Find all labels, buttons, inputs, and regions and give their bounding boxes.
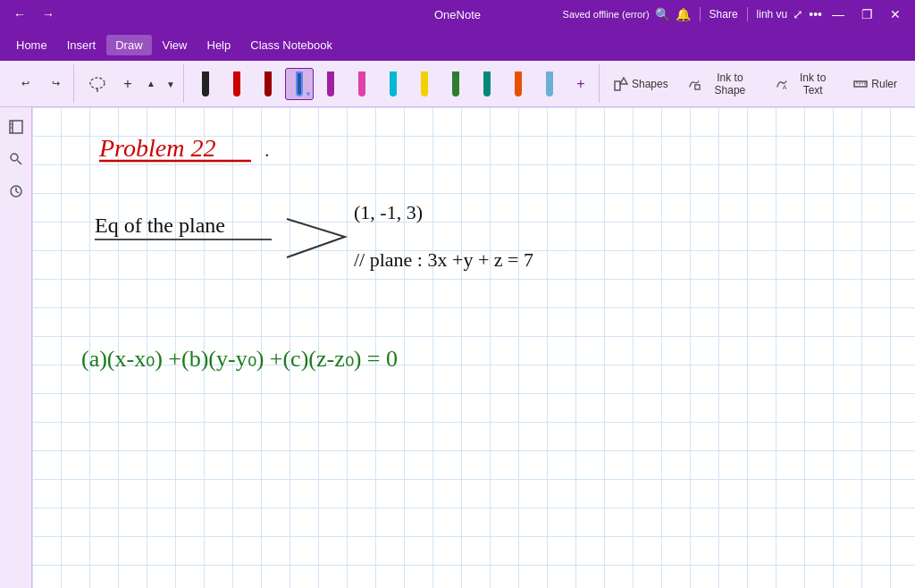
menu-draw[interactable]: Draw (106, 35, 151, 55)
more-options-icon[interactable]: ••• (809, 7, 822, 21)
pen-purple-button[interactable] (316, 68, 345, 100)
svg-line-16 (17, 161, 21, 165)
clock-icon (9, 184, 23, 198)
ink-to-text-label: Ink to Text (792, 71, 834, 97)
user-name: linh vu (757, 8, 788, 21)
bell-icon[interactable]: 🔔 (676, 7, 691, 21)
divider2 (747, 7, 748, 21)
search-icon[interactable]: 🔍 (655, 7, 670, 21)
menubar: Home Insert Draw View Help Class Noteboo… (0, 29, 915, 61)
pen-blue-tip (296, 71, 303, 97)
ink-to-shape-label: Ink to Shape (704, 71, 757, 97)
ink-to-text-button[interactable]: A Ink to Text (768, 68, 841, 100)
pen-darkred-button[interactable] (254, 68, 282, 100)
add-pen-button[interactable]: + (567, 68, 595, 100)
handwriting-svg: Problem 22 . Eq of the plane (1, -1, 3) … (32, 107, 915, 588)
undo-icon: ↩ (21, 78, 29, 89)
pen-cyan-tip (390, 71, 397, 97)
sidebar-notebook-icon[interactable] (4, 114, 29, 139)
svg-point-15 (11, 154, 18, 161)
undo-button[interactable]: ↩ (11, 68, 39, 100)
svg-text:Eq of the plane: Eq of the plane (95, 214, 225, 237)
down-icon: ▼ (166, 80, 175, 89)
content-layer: Problem 22 . Eq of the plane (1, -1, 3) … (32, 107, 915, 588)
pen-lightblue-tip (546, 71, 553, 97)
pen-cyan-button[interactable] (379, 68, 407, 100)
sidebar-recent-icon[interactable] (4, 179, 29, 204)
move-up-button[interactable]: ▲ (142, 77, 160, 91)
redo-icon: ↪ (52, 78, 60, 89)
add-tool-button[interactable]: + (115, 68, 140, 100)
pen-black-button[interactable] (191, 68, 220, 100)
close-button[interactable]: ✕ (883, 2, 908, 27)
shapes-icon (614, 77, 628, 91)
canvas-area[interactable]: Problem 22 . Eq of the plane (1, -1, 3) … (32, 107, 915, 588)
toolbar: ↩ ↪ + ▲ ▼ (0, 61, 915, 107)
ink-to-text-icon: A (776, 77, 788, 91)
lasso-icon (88, 74, 107, 94)
lasso-select-button[interactable] (81, 68, 113, 100)
svg-text:(1, -1, 3): (1, -1, 3) (354, 201, 423, 223)
pen-orange-tip (515, 71, 522, 97)
sidebar-search-icon[interactable] (4, 147, 29, 172)
svg-point-0 (90, 78, 105, 88)
pen-blue-button[interactable]: ▼ (285, 68, 314, 100)
pen-yellow-tip (421, 71, 428, 97)
pen-red-button[interactable] (222, 68, 251, 100)
save-status: Saved offline (error) (563, 9, 650, 20)
app-title: OneNote (434, 8, 481, 21)
undo-redo-group: ↩ ↪ (7, 64, 74, 103)
menu-help[interactable]: Help (198, 35, 240, 55)
up-icon: ▲ (147, 79, 155, 88)
pen-teal-button[interactable] (473, 68, 501, 100)
add-pen-icon: + (576, 76, 584, 92)
svg-text:.: . (264, 139, 270, 161)
svg-line-19 (16, 191, 19, 193)
titlebar-left: ← → (7, 2, 61, 27)
pen-darkred-tip (264, 71, 272, 97)
pen-pink-button[interactable] (348, 68, 376, 100)
forward-button[interactable]: → (36, 2, 61, 27)
move-down-button[interactable]: ▼ (162, 78, 180, 92)
select-group: + ▲ ▼ (78, 64, 184, 103)
titlebar: ← → OneNote Saved offline (error) 🔍 🔔 Sh… (0, 0, 915, 29)
svg-marker-3 (620, 78, 627, 84)
pen-lightblue-button[interactable] (535, 68, 564, 100)
menu-home[interactable]: Home (7, 35, 56, 55)
restore-button[interactable]: ❐ (854, 2, 879, 27)
expand-icon[interactable]: ⤢ (793, 7, 803, 21)
pen-orange-button[interactable] (504, 68, 533, 100)
ruler-label: Ruler (871, 78, 897, 90)
pen-pink-tip (358, 71, 365, 97)
menu-view[interactable]: View (154, 35, 197, 55)
add-icon: + (123, 76, 131, 92)
sidebar (0, 107, 32, 588)
redo-button[interactable]: ↪ (41, 68, 70, 100)
shapes-label: Shapes (632, 78, 668, 90)
menu-class-notebook[interactable]: Class Notebook (241, 35, 341, 55)
search-icon (9, 152, 23, 166)
draw-tools-group: Shapes Ink to Shape A Ink to Text (603, 64, 908, 103)
menu-insert[interactable]: Insert (58, 35, 105, 55)
titlebar-right: Saved offline (error) 🔍 🔔 Share linh vu … (563, 2, 908, 27)
pen-green-tip (452, 71, 459, 97)
shapes-button[interactable]: Shapes (607, 73, 676, 95)
svg-rect-11 (10, 121, 22, 133)
pen-black-tip (202, 71, 209, 97)
svg-rect-2 (615, 81, 620, 90)
title-text: Problem 22 (98, 134, 215, 162)
pen-purple-tip (327, 71, 334, 97)
back-button[interactable]: ← (7, 2, 32, 27)
user-section: Saved offline (error) 🔍 🔔 Share linh vu … (563, 7, 822, 21)
share-button[interactable]: Share (709, 8, 738, 21)
ruler-icon (853, 77, 868, 91)
ink-to-shape-button[interactable]: Ink to Shape (681, 68, 763, 100)
pen-teal-tip (483, 71, 491, 97)
minimize-button[interactable]: — (826, 2, 851, 27)
pens-group: ▼ + (188, 64, 600, 103)
ruler-button[interactable]: Ruler (846, 73, 904, 95)
svg-rect-4 (695, 84, 700, 88)
svg-text:A: A (783, 84, 787, 90)
pen-green-button[interactable] (441, 68, 470, 100)
pen-yellow-button[interactable] (410, 68, 439, 100)
